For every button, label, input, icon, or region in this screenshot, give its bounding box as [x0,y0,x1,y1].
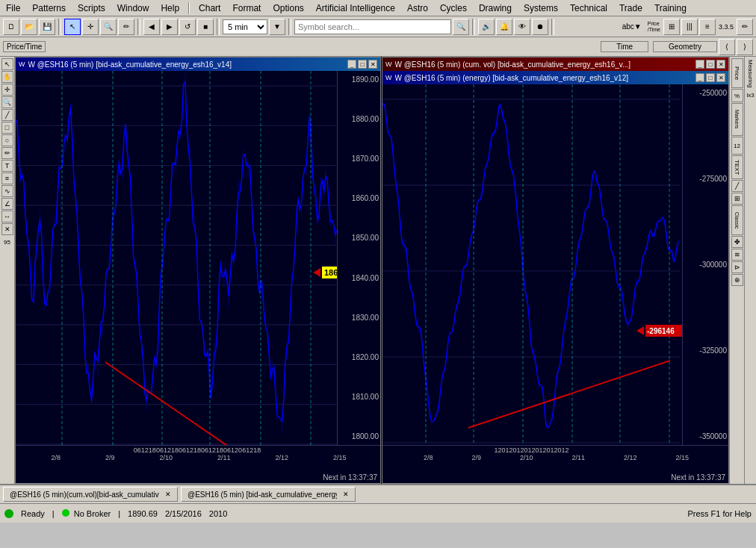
stop-btn[interactable]: ■ [197,19,214,35]
price-1880: 1880.00 [339,115,379,123]
main-area: ↖ ✋ ✛ 🔍 ╱ □ ○ ✏ T ≡ ∿ ∠ ↔ ✕ 95 W W @ESH1… [0,57,756,484]
chart2-body[interactable]: -296146 -250000 -275000 -300000 -325000 … [382,84,728,445]
rs-btn6[interactable]: ⊞ [731,193,743,205]
tool-angle[interactable]: ∠ [1,198,13,210]
pointer-btn[interactable]: ↖ [64,19,81,35]
taskbar-item-1-close[interactable]: ✕ [343,491,349,498]
menu-drawing[interactable]: Drawing [473,1,518,15]
tool-box[interactable]: □ [1,122,13,134]
geometry-btn[interactable]: Geometry [653,41,717,52]
chart2-maximize[interactable]: □ [706,73,715,82]
chart1-maximize[interactable]: □ [358,60,367,69]
menu-file[interactable]: File [0,1,26,15]
tool-line[interactable]: ╱ [1,109,13,121]
chart3-minimize[interactable]: _ [695,60,704,69]
taskbar-item-1[interactable]: @ESH16 (5 min) [bid-ask_cumulative_energ… [181,487,356,502]
menu-training[interactable]: Training [648,1,693,15]
symbol-search[interactable] [294,19,451,34]
refresh-btn[interactable]: ↺ [179,19,196,35]
taskbar-item-0-close[interactable]: ✕ [165,491,171,498]
tool-text[interactable]: T [1,160,13,172]
chart2-titlebar[interactable]: W W @ESH16 (5 min) (energy) [bid-ask_cum… [382,71,728,84]
crosshair-btn[interactable]: ✛ [82,19,99,35]
price-time-btn[interactable]: Price/Time [3,41,46,52]
taskbar-item-0[interactable]: @ESH16 (5 min)(cum.vol)[bid-ask_cumulati… [3,487,178,502]
tf-down-btn[interactable]: ▼ [269,19,285,35]
rs-text-btn[interactable]: TEXT [731,155,743,179]
save-btn[interactable]: 💾 [39,19,55,35]
tb-right-btn2[interactable]: ||| [681,19,698,35]
search-btn[interactable]: 🔍 [453,19,469,35]
tool-hand[interactable]: ✋ [1,71,13,83]
side-tool-1[interactable]: ⟨ [719,39,735,55]
menu-trade[interactable]: Trade [613,1,648,15]
eye-btn[interactable]: 👁 [514,19,530,35]
tool-delete[interactable]: ✕ [1,223,13,235]
new-chart-btn[interactable]: 🗋 [3,19,19,35]
draw-btn[interactable]: ✏ [118,19,134,35]
menu-options[interactable]: Options [267,1,309,15]
rs-btn8[interactable]: ✤ [731,236,743,248]
chart2-window: W W @ESH16 (5 min) (cum. vol) [bid-ask_c… [382,57,729,484]
rs-btn3[interactable]: Markers [731,103,743,136]
menu-cycles[interactable]: Cycles [434,1,473,15]
side-tool-2[interactable]: ⟩ [737,39,753,55]
status-date: 2/15/2016 [165,509,202,518]
status-light [4,509,13,518]
rs-btn9[interactable]: ≋ [731,249,743,261]
fr-number: lx3 [745,90,755,100]
menu-technical[interactable]: Technical [564,1,613,15]
tb-right-btn3[interactable]: ≡ [699,19,716,35]
tool-zoom[interactable]: 🔍 [1,96,13,108]
rs-btn2[interactable]: % [731,89,743,102]
chart1-body[interactable]: 1860.00 1890.00 1880.00 1870.00 1860.00 … [16,71,380,445]
timeframe-select[interactable]: 5 min [223,19,267,34]
tool-measure[interactable]: ↔ [1,211,13,222]
zoom-btn[interactable]: 🔍 [100,19,117,35]
chart1-close[interactable]: ✕ [368,60,377,69]
tb-right-btn4[interactable]: ✏ [737,19,753,35]
chart3-close[interactable]: ✕ [716,60,725,69]
tool-wave[interactable]: ∿ [1,185,13,197]
alert-btn[interactable]: 🔔 [496,19,512,35]
chart1-next: Next in 13:37:37 [16,472,380,483]
menu-chart[interactable]: Chart [193,1,226,15]
tool-circle[interactable]: ○ [1,134,13,146]
tool-pencil[interactable]: ✏ [1,147,13,159]
rs-btn10[interactable]: ⊳ [731,261,743,273]
audio-btn[interactable]: 🔊 [478,19,495,35]
chart1-titlebar[interactable]: W W @ESH16 (5 min) [bid-ask_cumulative_e… [16,57,380,71]
rs-btn7[interactable]: Classic [731,205,743,235]
menu-systems[interactable]: Systems [518,1,564,15]
back-btn[interactable]: ◀ [143,19,160,35]
rs-btn1[interactable]: Price [731,58,743,88]
chart3-titlebar[interactable]: W W @ESH16 (5 min) (cum. vol) [bid-ask_c… [382,57,728,71]
tool-arrow[interactable]: ↖ [1,58,13,70]
menu-ai[interactable]: Artificial Intelligence [310,1,401,15]
rs-btn5[interactable]: ╱ [731,180,743,192]
status-price: 1890.69 [128,509,158,518]
rs-btn4[interactable]: 12 [731,137,743,155]
chart2-minimize[interactable]: _ [695,73,704,82]
menu-format[interactable]: Format [226,1,267,15]
tool-crosshair[interactable]: ✛ [1,84,13,96]
menu-help[interactable]: Help [155,1,185,15]
chart2-close[interactable]: ✕ [716,73,725,82]
menu-astro[interactable]: Astro [401,1,434,15]
toolbar-sep4 [288,19,291,35]
chart2-time-axis: 12012012012012012012 2/82/92/102/112/122… [382,445,728,472]
tool-fib[interactable]: ≡ [1,172,13,184]
fwd-btn[interactable]: ▶ [161,19,178,35]
chart1-minimize[interactable]: _ [347,60,356,69]
rec-btn[interactable]: ⏺ [532,19,548,35]
menu-scripts[interactable]: Scripts [72,1,111,15]
menu-patterns[interactable]: Patterns [26,1,72,15]
tb-right-btn1[interactable]: ⊞ [663,19,680,35]
chart3-maximize[interactable]: □ [706,60,715,69]
open-btn[interactable]: 📂 [21,19,37,35]
rs-btn11[interactable]: ⊕ [731,274,743,286]
time-btn[interactable]: Time [601,41,648,52]
menu-window[interactable]: Window [111,1,155,15]
chart1-title-left: W W @ESH16 (5 min) [bid-ask_cumulative_e… [19,60,232,69]
toolbar-sep3 [217,19,220,35]
